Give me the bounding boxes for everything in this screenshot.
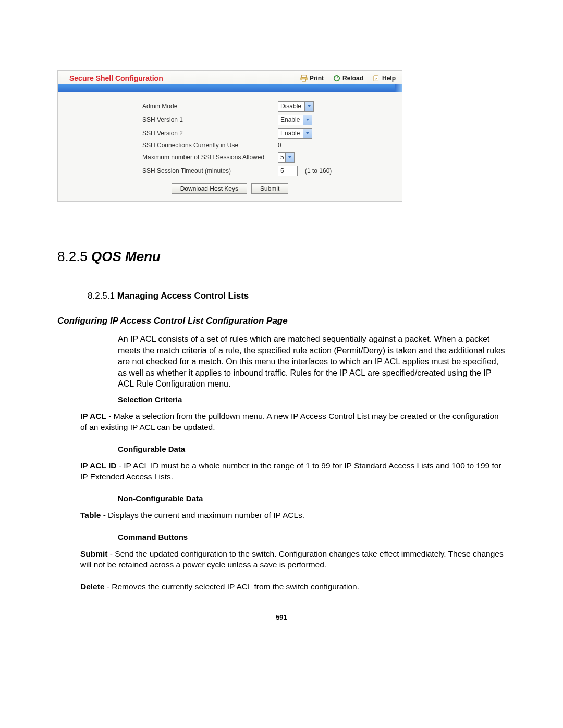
label-ssh-v2: SSH Version 2 (69, 130, 278, 137)
row-admin-mode: Admin Mode Disable (69, 101, 390, 112)
term-submit: Submit (80, 549, 108, 558)
hint-timeout: (1 to 160) (305, 167, 332, 175)
select-max-sessions[interactable]: 5 (278, 152, 295, 163)
label-timeout: SSH Session Timeout (minutes) (69, 167, 278, 175)
def-submit: Submit - Send the updated configuration … (80, 549, 506, 571)
non-configurable-data-label: Non-Configurable Data (118, 494, 506, 503)
print-icon (300, 75, 310, 82)
row-timeout: SSH Session Timeout (minutes) 5 (1 to 16… (69, 166, 390, 176)
row-conns: SSH Connections Currently in Use 0 (69, 142, 390, 149)
form-area: Admin Mode Disable SSH Version 1 Enable (58, 92, 402, 201)
term-delete: Delete (80, 582, 105, 591)
page-number: 591 (57, 613, 506, 621)
submit-button[interactable]: Submit (251, 183, 288, 194)
chevron-down-icon (303, 115, 312, 125)
help-label: Help (382, 75, 396, 82)
button-row: Download Host Keys Submit (69, 183, 390, 194)
desc-delete: - Removes the currently selected IP ACL … (105, 582, 359, 591)
download-host-keys-button[interactable]: Download Host Keys (172, 183, 247, 194)
select-ssh-v1-value: Enable (278, 115, 303, 125)
config-heading: Configuring IP Access Control List Confi… (57, 316, 506, 326)
print-label: Print (310, 75, 324, 82)
def-ip-acl: IP ACL - Make a selection from the pulld… (80, 411, 506, 433)
row-ssh-v2: SSH Version 2 Enable (69, 128, 390, 139)
command-buttons-label: Command Buttons (118, 533, 506, 541)
row-ssh-v1: SSH Version 1 Enable (69, 115, 390, 125)
term-ip-acl-id: IP ACL ID (80, 461, 116, 470)
section-number: 8.2.5 (57, 249, 88, 264)
reload-icon (333, 75, 342, 82)
subsection-title: Managing Access Control Lists (117, 291, 249, 301)
select-ssh-v1[interactable]: Enable (278, 115, 312, 125)
panel-title: Secure Shell Configuration (69, 74, 291, 82)
panel-divider (58, 84, 402, 92)
chevron-down-icon (304, 102, 313, 111)
selection-criteria-label: Selection Criteria (118, 395, 506, 404)
select-max-sessions-value: 5 (278, 153, 285, 162)
label-max-sessions: Maximum number of SSH Sessions Allowed (69, 154, 278, 161)
term-table: Table (80, 511, 101, 520)
desc-ip-acl: - Make a selection from the pulldown men… (80, 412, 499, 431)
chevron-down-icon (303, 129, 312, 138)
value-conns: 0 (278, 142, 282, 149)
section-heading: 8.2.5 QOS Menu (57, 249, 506, 265)
subsection-heading: 8.2.5.1 Managing Access Control Lists (88, 291, 506, 301)
def-table: Table - Displays the current and maximum… (80, 510, 506, 521)
def-ip-acl-id: IP ACL ID - IP ACL ID must be a whole nu… (80, 461, 506, 483)
label-conns: SSH Connections Currently in Use (69, 142, 278, 149)
section-title: QOS Menu (91, 249, 161, 264)
reload-button[interactable]: Reload (333, 75, 363, 82)
desc-table: - Displays the current and maximum numbe… (101, 511, 304, 520)
term-ip-acl: IP ACL (80, 412, 106, 421)
svg-rect-2 (302, 79, 305, 81)
def-delete: Delete - Removes the currently selected … (80, 582, 506, 593)
row-max-sessions: Maximum number of SSH Sessions Allowed 5 (69, 152, 390, 163)
label-ssh-v1: SSH Version 1 (69, 116, 278, 124)
input-timeout[interactable]: 5 (278, 166, 298, 176)
ssh-config-panel: Secure Shell Configuration Print (57, 70, 402, 202)
desc-ip-acl-id: - IP ACL ID must be a whole number in th… (80, 461, 501, 481)
config-paragraph: An IP ACL consists of a set of rules whi… (118, 334, 506, 390)
desc-submit: - Send the updated configuration to the … (80, 549, 504, 569)
svg-rect-0 (301, 75, 306, 77)
select-ssh-v2-value: Enable (278, 129, 303, 138)
panel-header: Secure Shell Configuration Print (58, 71, 402, 84)
select-admin-mode-value: Disable (278, 102, 304, 111)
label-admin-mode: Admin Mode (69, 103, 278, 110)
select-admin-mode[interactable]: Disable (278, 101, 314, 112)
chevron-down-icon (285, 153, 294, 162)
help-icon: ? (373, 75, 382, 82)
select-ssh-v2[interactable]: Enable (278, 128, 312, 139)
subsection-number: 8.2.5.1 (88, 291, 115, 301)
reload-label: Reload (342, 75, 363, 82)
svg-text:?: ? (375, 77, 377, 81)
configurable-data-label: Configurable Data (118, 445, 506, 453)
help-button[interactable]: ? Help (373, 75, 396, 82)
print-button[interactable]: Print (300, 75, 324, 82)
